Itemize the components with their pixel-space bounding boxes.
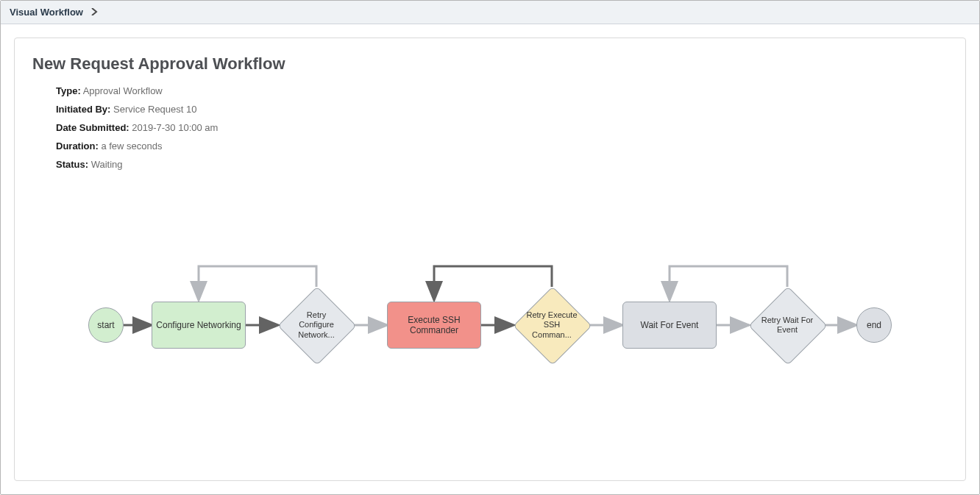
node-execute-ssh-commander[interactable]: Execute SSH Commander [387,302,481,349]
meta-initiated-value: Service Request 10 [113,104,196,115]
meta-date-label: Date Submitted: [56,122,129,133]
node-wait-for-event[interactable]: Wait For Event [622,302,717,349]
meta-status: Status: Waiting [56,159,948,170]
node-retry-configure-network[interactable]: Retry Configure Network... [278,287,355,363]
workflow-diagram: start Configure Networking Retry Configu… [88,229,898,421]
node-start[interactable]: start [88,307,124,343]
node-end-label: end [867,320,881,330]
node-wait-for-event-label: Wait For Event [641,320,699,330]
node-retry-wait-for-event-label: Retry Wait For Event [749,287,825,363]
meta-date-value: 2019-7-30 10:00 am [132,122,218,133]
breadcrumb-title[interactable]: Visual Workflow [10,7,83,18]
node-retry-execute-ssh[interactable]: Retry Execute SSH Comman... [514,287,590,363]
meta-initiated: Initiated By: Service Request 10 [56,104,948,115]
meta-duration: Duration: a few seconds [56,140,948,152]
meta-type-value: Approval Workflow [83,85,163,96]
breadcrumb: Visual Workflow [1,1,979,24]
meta-status-label: Status: [56,159,88,170]
node-configure-networking[interactable]: Configure Networking [152,302,246,349]
node-configure-networking-label: Configure Networking [156,320,241,330]
workflow-meta: Type: Approval Workflow Initiated By: Se… [32,85,948,170]
meta-status-value: Waiting [91,159,123,170]
node-retry-configure-network-label: Retry Configure Network... [278,287,355,363]
chevron-right-icon [90,7,98,18]
meta-type: Type: Approval Workflow [56,85,948,96]
node-retry-wait-for-event[interactable]: Retry Wait For Event [749,287,825,363]
node-end[interactable]: end [856,307,892,343]
meta-type-label: Type: [56,85,81,96]
meta-date: Date Submitted: 2019-7-30 10:00 am [56,122,948,133]
workflow-panel: New Request Approval Workflow Type: Appr… [14,38,966,481]
node-retry-execute-ssh-label: Retry Execute SSH Comman... [514,287,590,363]
meta-duration-value: a few seconds [101,140,162,152]
meta-duration-label: Duration: [56,140,99,152]
meta-initiated-label: Initiated By: [56,104,110,115]
node-start-label: start [97,320,114,330]
node-execute-ssh-commander-label: Execute SSH Commander [391,315,477,335]
page-title: New Request Approval Workflow [32,54,948,74]
